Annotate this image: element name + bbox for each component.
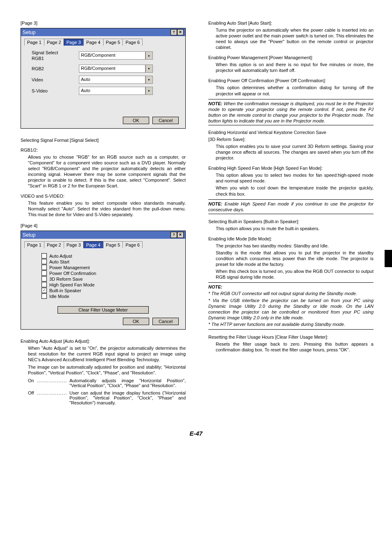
note-body: When the confirmation message is display… <box>208 101 374 123</box>
hvk-sub: [3D Reform Save]: <box>208 136 374 142</box>
check-row: ✓Built-in Speaker <box>42 288 182 293</box>
chevron-right-icon[interactable]: ▸ <box>145 65 153 73</box>
on-row: On .................. Automatically adju… <box>28 378 186 388</box>
select-value: RGB/Component <box>79 65 145 73</box>
tab-strip: Page 1Page 2Page 3Page 4Page 5Page 6 <box>24 241 182 248</box>
chevron-right-icon[interactable]: ▸ <box>145 51 153 60</box>
video-svideo-para: This feature enables you to select compo… <box>28 200 186 217</box>
help-icon[interactable]: ? <box>171 232 177 238</box>
selecting-signal-heading: Selecting Signal Format [Signal Select] <box>21 138 186 143</box>
auto-adjust-heading: Enabling Auto Adjust [Auto Adjust]: <box>21 339 186 344</box>
fan-para2: When you wish to cool down the temperatu… <box>216 185 374 196</box>
dialog-button-row: OK Cancel <box>24 114 182 124</box>
field-label-svideo: S-Video <box>32 88 79 93</box>
titlebar-buttons: ? ✕ <box>171 232 184 238</box>
check-row: 3D Reform Save <box>42 276 182 282</box>
checkbox[interactable] <box>42 282 47 287</box>
checkbox[interactable] <box>42 265 47 270</box>
hvk-para: This option enables you to save your cur… <box>216 143 374 161</box>
checkbox-list: Auto AdjustAuto StartPower ManagementPow… <box>42 253 182 299</box>
note-block-1: NOTE: When the confirmation message is d… <box>208 99 374 125</box>
field-label-rgb1: RGB1 <box>32 56 44 61</box>
check-label: Auto Start <box>49 259 69 264</box>
checkbox[interactable] <box>42 253 47 259</box>
select-rgb1[interactable]: RGB/Component ▸ <box>79 51 153 60</box>
tab-strip: Page 1Page 2Page 3Page 4Page 5Page 6 <box>24 39 182 46</box>
checkbox[interactable] <box>42 270 47 276</box>
on-label: On <box>28 378 37 388</box>
select-svideo[interactable]: Auto ▸ <box>79 87 153 95</box>
cancel-button[interactable]: Cancel <box>152 117 179 124</box>
side-tab-marker <box>385 250 392 267</box>
auto-start-para: Turns the projector on automatically whe… <box>216 27 374 50</box>
auto-adjust-para2: The image can be automatically adjusted … <box>28 364 186 376</box>
dots: .................. <box>37 390 67 405</box>
checkbox[interactable]: ✓ <box>42 288 47 293</box>
dialog-titlebar: Setup ? ✕ <box>21 28 185 36</box>
check-row: Power Off Confirmation <box>42 270 182 276</box>
dots: .................. <box>37 378 67 388</box>
check-label: High Speed Fan Mode <box>49 282 95 287</box>
rgb12-label: RGB1/2: <box>21 148 186 152</box>
note-item: * Via the USB interface the projector ca… <box>208 298 374 321</box>
tab-page-1[interactable]: Page 1 <box>24 39 44 46</box>
on-text: Automatically adjusts image "Horizontal … <box>69 378 186 388</box>
select-value: Auto <box>79 76 145 84</box>
check-label: 3D Reform Save <box>49 277 83 282</box>
rgb12-para: Allows you to choose "RGB" for an RGB so… <box>28 154 186 189</box>
close-icon[interactable]: ✕ <box>177 29 184 35</box>
check-label: Idle Mode <box>49 294 69 299</box>
check-label: Auto Adjust <box>49 254 72 259</box>
tab-page-5[interactable]: Page 5 <box>103 241 123 248</box>
dialog-titlebar: Setup ? ✕ <box>21 231 185 239</box>
left-column: [Page 3] Setup ? ✕ Page 1Page 2Page 3Pag… <box>21 21 186 405</box>
help-icon[interactable]: ? <box>171 29 177 35</box>
setup-dialog-page3: Setup ? ✕ Page 1Page 2Page 3Page 4Page 5… <box>21 28 186 129</box>
note-block-2: NOTE: Enable High Speed Fan mode if you … <box>208 199 374 214</box>
tab-page-2[interactable]: Page 2 <box>44 39 64 46</box>
check-row: Power Management <box>42 265 182 270</box>
fan-para1: This option allows you to select two mod… <box>216 172 374 184</box>
dialog-body: Page 1Page 2Page 3Page 4Page 5Page 6 Sig… <box>21 36 185 128</box>
reset-para: Resets the filter usage back to zero. Pr… <box>216 341 374 353</box>
tab-page-6[interactable]: Page 6 <box>122 241 143 248</box>
right-column: Enabling Auto Start [Auto Start]: Turns … <box>208 21 374 405</box>
check-label: Built-in Speaker <box>49 288 81 293</box>
check-row: Auto Start <box>42 259 182 264</box>
chevron-right-icon[interactable]: ▸ <box>145 87 153 95</box>
auto-adjust-para1: When "Auto Adjust" is set to "On", the p… <box>28 345 186 362</box>
tab-page-4[interactable]: Page 4 <box>83 39 104 46</box>
note-head: NOTE: <box>208 201 222 206</box>
close-icon[interactable]: ✕ <box>177 232 184 238</box>
note-block-3: NOTE: * The RGB OUT connector will not o… <box>208 282 374 330</box>
tab-page-2[interactable]: Page 2 <box>44 241 64 248</box>
checkbox[interactable] <box>42 276 47 282</box>
check-label: Power Management <box>49 265 90 270</box>
page-content: [Page 3] Setup ? ✕ Page 1Page 2Page 3Pag… <box>0 0 392 422</box>
select-rgb2[interactable]: RGB/Component ▸ <box>79 65 153 73</box>
select-value: RGB/Component <box>79 51 145 60</box>
tab-page-6[interactable]: Page 6 <box>122 39 143 46</box>
clear-filter-button[interactable]: Clear Filter Usage Meter <box>58 306 149 314</box>
tab-page-1[interactable]: Page 1 <box>24 241 44 248</box>
chevron-right-icon[interactable]: ▸ <box>145 76 153 84</box>
checkbox[interactable] <box>42 259 47 264</box>
idle-heading: Enabling Idle Mode [Idle Mode]: <box>208 236 374 241</box>
tab-page-5[interactable]: Page 5 <box>103 39 123 46</box>
dialog-body: Page 1Page 2Page 3Page 4Page 5Page 6 Aut… <box>21 239 185 329</box>
tab-page-3[interactable]: Page 3 <box>64 39 84 46</box>
select-value: Auto <box>79 87 145 95</box>
note-head: NOTE: <box>208 284 222 289</box>
field-label-video: Video <box>32 77 79 82</box>
auto-start-heading: Enabling Auto Start [Auto Start]: <box>208 21 374 25</box>
dialog-title-text: Setup <box>23 30 35 35</box>
fan-heading: Enabling High Speed Fan Mode [High Speed… <box>208 166 374 171</box>
ok-button[interactable]: OK <box>123 117 149 124</box>
cancel-button[interactable]: Cancel <box>152 318 179 325</box>
checkbox[interactable] <box>42 293 47 299</box>
video-svideo-label: VIDEO and S-VIDEO: <box>21 194 186 199</box>
tab-page-3[interactable]: Page 3 <box>64 241 84 248</box>
tab-page-4[interactable]: Page 4 <box>83 241 104 248</box>
select-video[interactable]: Auto ▸ <box>79 76 153 84</box>
ok-button[interactable]: OK <box>123 318 149 325</box>
